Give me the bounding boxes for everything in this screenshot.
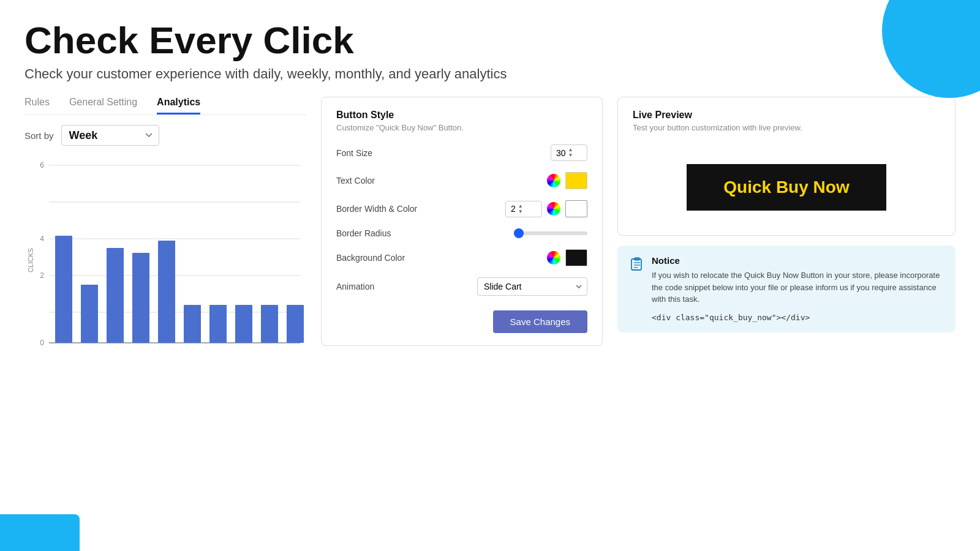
animation-label: Animation xyxy=(336,282,416,291)
right-panel: Live Preview Test your button customizat… xyxy=(617,97,956,523)
save-btn-row: Save Changes xyxy=(336,310,587,333)
font-size-value: 30 xyxy=(556,148,566,158)
notice-text: If you wish to relocate the Quick Buy No… xyxy=(652,269,943,305)
svg-rect-19 xyxy=(261,305,278,343)
live-preview-box: Live Preview Test your button customizat… xyxy=(617,97,956,236)
font-size-label: Font Size xyxy=(336,148,416,158)
svg-rect-12 xyxy=(81,285,98,343)
background-color-label: Background Color xyxy=(336,253,416,263)
stepper-down-icon-2[interactable]: ▼ xyxy=(518,209,523,214)
border-width-stepper[interactable]: ▲ ▼ xyxy=(518,204,523,214)
animation-select[interactable]: Slide Cart Fade In Bounce None xyxy=(477,277,587,296)
border-width-value: 2 xyxy=(511,204,516,214)
text-color-control xyxy=(547,172,587,189)
sort-label: Sort by xyxy=(24,130,54,141)
live-preview-title: Live Preview xyxy=(633,110,940,121)
bg-color-swatch[interactable] xyxy=(565,249,587,266)
border-width-color-row: Border Width & Color 2 ▲ ▼ xyxy=(336,200,587,217)
stepper-up-icon[interactable]: ▲ xyxy=(568,148,573,152)
svg-text:0: 0 xyxy=(40,339,44,347)
border-color-picker-btn[interactable] xyxy=(547,202,560,216)
border-radius-label: Border Radius xyxy=(336,228,416,238)
font-size-input[interactable]: 30 ▲ ▼ xyxy=(551,144,587,161)
animation-row: Animation Slide Cart Fade In Bounce None xyxy=(336,277,587,296)
bg-color-picker-btn[interactable] xyxy=(547,251,560,264)
header: Check Every Click Check your customer ex… xyxy=(0,0,980,82)
tab-analytics[interactable]: Analytics xyxy=(157,97,200,114)
button-style-panel: Button Style Customize "Quick Buy Now" B… xyxy=(321,97,603,346)
svg-rect-17 xyxy=(209,305,227,343)
panel-title: Button Style xyxy=(336,110,587,121)
border-color-swatch[interactable] xyxy=(565,200,587,217)
svg-rect-18 xyxy=(235,305,252,343)
preview-button-container: Quick Buy Now xyxy=(633,152,940,223)
sort-select[interactable]: Week Day Month Year xyxy=(61,125,159,146)
svg-rect-14 xyxy=(132,253,149,343)
sort-row: Sort by Week Day Month Year xyxy=(24,125,306,146)
border-width-color-control: 2 ▲ ▼ xyxy=(505,200,587,217)
save-changes-button[interactable]: Save Changes xyxy=(493,310,587,333)
live-preview-subtitle: Test your button customization with live… xyxy=(633,123,940,132)
background-color-row: Background Color xyxy=(336,249,587,266)
svg-rect-11 xyxy=(55,236,72,343)
svg-text:6: 6 xyxy=(40,161,44,170)
svg-text:4: 4 xyxy=(40,234,44,243)
font-size-control: 30 ▲ ▼ xyxy=(551,144,587,161)
font-size-row: Font Size 30 ▲ ▼ xyxy=(336,144,587,161)
border-radius-slider-track[interactable] xyxy=(514,231,587,235)
page-subtitle: Check your customer experience with dail… xyxy=(24,66,956,82)
svg-rect-13 xyxy=(107,248,124,343)
tab-general-setting[interactable]: General Setting xyxy=(69,97,137,114)
svg-rect-20 xyxy=(287,305,304,343)
animation-control: Slide Cart Fade In Bounce None xyxy=(477,277,587,296)
tabs: Rules General Setting Analytics xyxy=(24,97,306,115)
border-radius-row: Border Radius xyxy=(336,228,587,238)
text-color-picker-btn[interactable] xyxy=(547,174,560,187)
stepper-down-icon[interactable]: ▼ xyxy=(568,153,573,158)
stepper-up-icon-2[interactable]: ▲ xyxy=(518,204,523,209)
preview-quick-buy-button[interactable]: Quick Buy Now xyxy=(687,164,886,211)
main-content: Rules General Setting Analytics Sort by … xyxy=(0,82,980,523)
chart-svg: CLICKS 6 4 2 0 xyxy=(24,153,306,361)
border-radius-slider-thumb[interactable] xyxy=(514,228,524,238)
svg-rect-16 xyxy=(184,305,201,343)
tab-rules[interactable]: Rules xyxy=(24,97,50,114)
background-color-control xyxy=(547,249,587,266)
svg-text:2: 2 xyxy=(40,271,44,280)
notice-code: <div class="quick_buy_now"></div> xyxy=(652,313,810,322)
panel-subtitle: Customize "Quick Buy Now" Button. xyxy=(336,123,587,132)
notice-content: Notice If you wish to relocate the Quick… xyxy=(652,255,943,323)
chart-area: Rules General Setting Analytics Sort by … xyxy=(24,97,306,523)
text-color-row: Text Color xyxy=(336,172,587,189)
notice-icon xyxy=(630,257,644,323)
notice-title: Notice xyxy=(652,255,943,266)
clipboard-icon xyxy=(630,257,644,271)
notice-box: Notice If you wish to relocate the Quick… xyxy=(617,246,956,332)
chart-container: CLICKS 6 4 2 0 xyxy=(24,153,306,361)
text-color-label: Text Color xyxy=(336,176,416,186)
text-color-swatch[interactable] xyxy=(565,172,587,189)
border-width-color-label: Border Width & Color xyxy=(336,204,417,214)
page-title: Check Every Click xyxy=(24,20,956,61)
border-width-input[interactable]: 2 ▲ ▼ xyxy=(505,201,542,217)
font-size-stepper[interactable]: ▲ ▼ xyxy=(568,148,573,158)
svg-text:CLICKS: CLICKS xyxy=(27,248,34,272)
border-radius-control xyxy=(514,231,587,235)
decoration-rect xyxy=(0,514,80,551)
svg-rect-15 xyxy=(158,241,175,343)
